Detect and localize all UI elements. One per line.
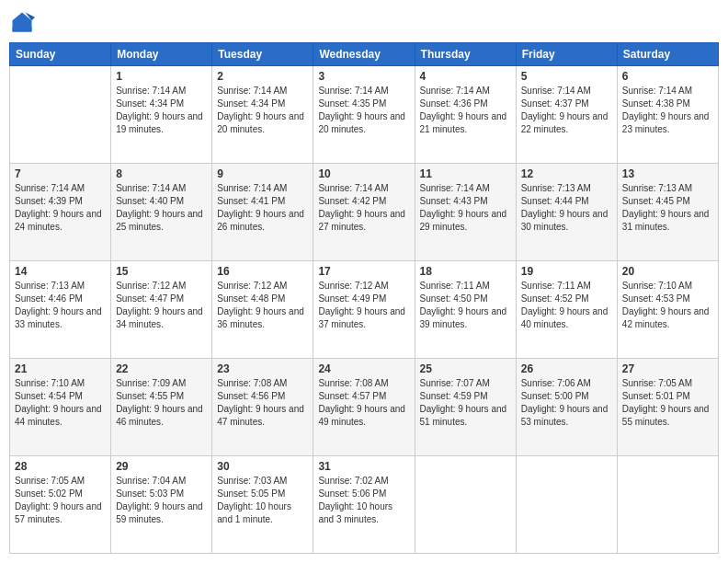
day-info: Sunrise: 7:14 AMSunset: 4:34 PMDaylight:… — [217, 85, 308, 136]
daylight-text: Daylight: 9 hours and 53 minutes. — [521, 403, 612, 429]
sunset-text: Sunset: 5:01 PM — [622, 390, 713, 403]
day-info: Sunrise: 7:09 AMSunset: 4:55 PMDaylight:… — [116, 377, 207, 429]
sunrise-text: Sunrise: 7:05 AM — [15, 475, 106, 488]
daylight-text: Daylight: 9 hours and 19 minutes. — [116, 110, 207, 136]
calendar-cell: 23Sunrise: 7:08 AMSunset: 4:56 PMDayligh… — [212, 359, 313, 456]
sunset-text: Sunset: 4:44 PM — [521, 195, 612, 208]
day-number: 28 — [15, 460, 106, 473]
weekday-header-wednesday: Wednesday — [313, 43, 415, 66]
daylight-text: Daylight: 9 hours and 23 minutes. — [622, 110, 713, 136]
daylight-text: Daylight: 9 hours and 33 minutes. — [15, 305, 106, 331]
daylight-text: Daylight: 9 hours and 57 minutes. — [15, 500, 106, 526]
sunrise-text: Sunrise: 7:03 AM — [217, 475, 308, 488]
day-number: 22 — [116, 362, 207, 375]
calendar-cell: 21Sunrise: 7:10 AMSunset: 4:54 PMDayligh… — [10, 359, 111, 456]
sunset-text: Sunset: 5:05 PM — [217, 488, 308, 500]
day-info: Sunrise: 7:14 AMSunset: 4:40 PMDaylight:… — [116, 182, 207, 234]
sunset-text: Sunset: 5:03 PM — [116, 488, 207, 500]
sunset-text: Sunset: 5:00 PM — [521, 390, 612, 403]
week-row-5: 28Sunrise: 7:05 AMSunset: 5:02 PMDayligh… — [10, 456, 719, 554]
sunrise-text: Sunrise: 7:12 AM — [217, 280, 308, 293]
sunrise-text: Sunrise: 7:10 AM — [622, 280, 713, 293]
calendar-cell: 22Sunrise: 7:09 AMSunset: 4:55 PMDayligh… — [111, 359, 212, 456]
day-info: Sunrise: 7:11 AMSunset: 4:52 PMDaylight:… — [521, 280, 612, 331]
calendar-cell: 28Sunrise: 7:05 AMSunset: 5:02 PMDayligh… — [10, 456, 111, 554]
calendar-cell: 19Sunrise: 7:11 AMSunset: 4:52 PMDayligh… — [516, 261, 617, 359]
day-info: Sunrise: 7:14 AMSunset: 4:38 PMDaylight:… — [622, 85, 713, 136]
daylight-text: Daylight: 9 hours and 37 minutes. — [318, 305, 409, 331]
calendar-cell: 26Sunrise: 7:06 AMSunset: 5:00 PMDayligh… — [516, 359, 617, 456]
day-number: 17 — [318, 265, 409, 278]
weekday-header-sunday: Sunday — [10, 43, 111, 66]
calendar-cell: 25Sunrise: 7:07 AMSunset: 4:59 PMDayligh… — [415, 359, 516, 456]
day-info: Sunrise: 7:13 AMSunset: 4:44 PMDaylight:… — [521, 182, 612, 234]
sunset-text: Sunset: 4:55 PM — [116, 390, 207, 403]
daylight-text: Daylight: 9 hours and 51 minutes. — [420, 403, 511, 429]
day-info: Sunrise: 7:08 AMSunset: 4:57 PMDaylight:… — [318, 377, 409, 429]
calendar-cell — [617, 456, 718, 554]
day-number: 9 — [217, 167, 308, 180]
week-row-2: 7Sunrise: 7:14 AMSunset: 4:39 PMDaylight… — [10, 164, 719, 261]
daylight-text: Daylight: 9 hours and 49 minutes. — [318, 403, 409, 429]
day-info: Sunrise: 7:10 AMSunset: 4:53 PMDaylight:… — [622, 280, 713, 331]
day-info: Sunrise: 7:03 AMSunset: 5:05 PMDaylight:… — [217, 475, 308, 526]
calendar-table: SundayMondayTuesdayWednesdayThursdayFrid… — [9, 42, 719, 554]
daylight-text: Daylight: 10 hours and 1 minute. — [217, 500, 308, 526]
day-number: 7 — [15, 167, 106, 180]
calendar-cell: 18Sunrise: 7:11 AMSunset: 4:50 PMDayligh… — [415, 261, 516, 359]
sunrise-text: Sunrise: 7:12 AM — [116, 280, 207, 293]
day-info: Sunrise: 7:14 AMSunset: 4:34 PMDaylight:… — [116, 85, 207, 136]
day-number: 13 — [622, 167, 713, 180]
sunset-text: Sunset: 4:54 PM — [15, 390, 106, 403]
sunrise-text: Sunrise: 7:09 AM — [116, 377, 207, 390]
sunrise-text: Sunrise: 7:13 AM — [622, 182, 713, 195]
logo — [9, 9, 39, 35]
day-number: 5 — [521, 70, 612, 83]
calendar-cell: 20Sunrise: 7:10 AMSunset: 4:53 PMDayligh… — [617, 261, 718, 359]
day-number: 19 — [521, 265, 612, 278]
calendar-cell: 4Sunrise: 7:14 AMSunset: 4:36 PMDaylight… — [415, 66, 516, 164]
sunrise-text: Sunrise: 7:14 AM — [217, 182, 308, 195]
daylight-text: Daylight: 9 hours and 24 minutes. — [15, 208, 106, 234]
daylight-text: Daylight: 9 hours and 36 minutes. — [217, 305, 308, 331]
calendar-cell: 17Sunrise: 7:12 AMSunset: 4:49 PMDayligh… — [313, 261, 415, 359]
sunrise-text: Sunrise: 7:14 AM — [420, 182, 511, 195]
calendar-cell: 13Sunrise: 7:13 AMSunset: 4:45 PMDayligh… — [617, 164, 718, 261]
sunset-text: Sunset: 4:52 PM — [521, 293, 612, 305]
weekday-header-tuesday: Tuesday — [212, 43, 313, 66]
sunset-text: Sunset: 4:37 PM — [521, 98, 612, 110]
daylight-text: Daylight: 9 hours and 55 minutes. — [622, 403, 713, 429]
calendar-cell — [10, 66, 111, 164]
sunrise-text: Sunrise: 7:14 AM — [116, 182, 207, 195]
calendar-cell — [415, 456, 516, 554]
sunrise-text: Sunrise: 7:05 AM — [622, 377, 713, 390]
calendar-cell: 24Sunrise: 7:08 AMSunset: 4:57 PMDayligh… — [313, 359, 415, 456]
day-info: Sunrise: 7:02 AMSunset: 5:06 PMDaylight:… — [318, 475, 409, 526]
daylight-text: Daylight: 9 hours and 27 minutes. — [318, 208, 409, 234]
daylight-text: Daylight: 9 hours and 40 minutes. — [521, 305, 612, 331]
calendar-cell: 7Sunrise: 7:14 AMSunset: 4:39 PMDaylight… — [10, 164, 111, 261]
day-number: 1 — [116, 70, 207, 83]
sunset-text: Sunset: 4:59 PM — [420, 390, 511, 403]
calendar-cell: 9Sunrise: 7:14 AMSunset: 4:41 PMDaylight… — [212, 164, 313, 261]
daylight-text: Daylight: 10 hours and 3 minutes. — [318, 500, 409, 526]
sunset-text: Sunset: 4:40 PM — [116, 195, 207, 208]
day-number: 2 — [217, 70, 308, 83]
sunrise-text: Sunrise: 7:14 AM — [15, 182, 106, 195]
sunset-text: Sunset: 4:47 PM — [116, 293, 207, 305]
daylight-text: Daylight: 9 hours and 47 minutes. — [217, 403, 308, 429]
sunrise-text: Sunrise: 7:14 AM — [318, 85, 409, 98]
day-number: 4 — [420, 70, 511, 83]
sunset-text: Sunset: 4:56 PM — [217, 390, 308, 403]
day-info: Sunrise: 7:14 AMSunset: 4:41 PMDaylight:… — [217, 182, 308, 234]
sunset-text: Sunset: 4:39 PM — [15, 195, 106, 208]
svg-rect-2 — [13, 27, 32, 31]
calendar-cell: 15Sunrise: 7:12 AMSunset: 4:47 PMDayligh… — [111, 261, 212, 359]
day-info: Sunrise: 7:14 AMSunset: 4:37 PMDaylight:… — [521, 85, 612, 136]
day-info: Sunrise: 7:12 AMSunset: 4:47 PMDaylight:… — [116, 280, 207, 331]
day-number: 25 — [420, 362, 511, 375]
day-number: 23 — [217, 362, 308, 375]
sunset-text: Sunset: 5:06 PM — [318, 488, 409, 500]
daylight-text: Daylight: 9 hours and 21 minutes. — [420, 110, 511, 136]
sunrise-text: Sunrise: 7:08 AM — [217, 377, 308, 390]
